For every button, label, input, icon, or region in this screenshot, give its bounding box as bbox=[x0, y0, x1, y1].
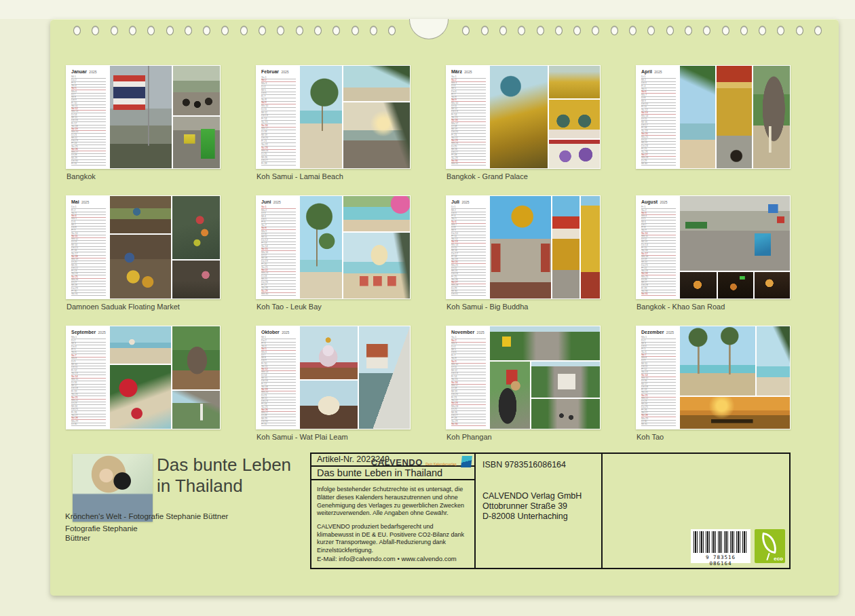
month-name: Dezember bbox=[641, 330, 664, 334]
day-line: Mo 30 bbox=[261, 293, 296, 296]
month-cell: August 2025 Fr 1Sa 2So 3Mo 4Di 5Mi 6Do 7… bbox=[636, 195, 791, 299]
month-year: 2025 bbox=[81, 200, 90, 204]
month-panel: Juni 2025 So 1Mo 2Di 3Mi 4Do 5Fr 6Sa 7So… bbox=[256, 195, 411, 299]
binding-hole bbox=[73, 26, 81, 35]
mini-calendar: Januar 2025 Mi 1Do 2Fr 3Sa 4So 5Mo 6Di 7… bbox=[66, 65, 109, 169]
day-lines: Di 1Mi 2Do 3Fr 4Sa 5So 6Mo 7Di 8Mi 9Do 1… bbox=[451, 206, 486, 296]
day-lines: Mo 1Di 2Mi 3Do 4Fr 5Sa 6So 7Mo 8Di 9Mi 1… bbox=[71, 336, 106, 426]
binding-hole bbox=[666, 26, 674, 35]
eco-leaf-stem bbox=[766, 553, 770, 560]
month-panel: Oktober 2025 Mi 1Do 2Fr 3Sa 4So 5Mo 6Di … bbox=[256, 326, 411, 429]
photo-collage bbox=[679, 326, 791, 429]
day-line: Fr 31 bbox=[71, 163, 106, 166]
photo-collage bbox=[299, 195, 411, 299]
photo-tile bbox=[489, 326, 601, 361]
month-caption: Koh Phangan bbox=[446, 433, 492, 441]
month-cell: Oktober 2025 Mi 1Do 2Fr 3Sa 4So 5Mo 6Di … bbox=[256, 326, 411, 429]
isbn-number: ISBN 9783516086164 bbox=[482, 460, 594, 469]
months-grid: Januar 2025 Mi 1Do 2Fr 3Sa 4So 5Mo 6Di 7… bbox=[66, 65, 791, 429]
month-panel: Januar 2025 Mi 1Do 2Fr 3Sa 4So 5Mo 6Di 7… bbox=[66, 65, 221, 169]
month-panel: September 2025 Mo 1Di 2Mi 3Do 4Fr 5Sa 6S… bbox=[66, 326, 221, 429]
photo-tile bbox=[531, 361, 601, 398]
photo-collage bbox=[299, 65, 411, 169]
mini-calendar: Dezember 2025 Mo 1Di 2Mi 3Do 4Fr 5Sa 6So… bbox=[636, 326, 679, 429]
photo-collage bbox=[109, 195, 221, 299]
photo-tile bbox=[679, 195, 791, 271]
day-lines: Sa 1So 2Mo 3Di 4Mi 5Do 6Fr 7Sa 8So 9Mo 1… bbox=[261, 76, 296, 166]
wall-background: { "colors": { "outer_bg": "#edefd8", "pa… bbox=[0, 0, 855, 616]
day-lines: Mi 1Do 2Fr 3Sa 4So 5Mo 6Di 7Mi 8Do 9Fr 1… bbox=[261, 336, 296, 426]
binding-hole bbox=[221, 26, 229, 35]
info-column-middle: ISBN 9783516086164 CALVENDO Verlag GmbH … bbox=[476, 454, 603, 568]
photo-tile bbox=[343, 195, 411, 232]
binding-hole bbox=[314, 26, 322, 35]
photo-tile bbox=[299, 326, 358, 380]
hanger-notch bbox=[409, 19, 449, 39]
photo-tile bbox=[172, 326, 221, 390]
binding-hole bbox=[388, 26, 396, 35]
month-panel: Mai 2025 Do 1Fr 2Sa 3So 4Mo 5Di 6Mi 7Do … bbox=[66, 195, 221, 299]
month-cell: März 2025 Sa 1So 2Mo 3Di 4Mi 5Do 6Fr 7Sa… bbox=[446, 65, 601, 169]
mini-calendar: Februar 2025 Sa 1So 2Mo 3Di 4Mi 5Do 6Fr … bbox=[256, 65, 299, 169]
mini-calendar: März 2025 Sa 1So 2Mo 3Di 4Mi 5Do 6Fr 7Sa… bbox=[446, 65, 489, 169]
month-year: 2025 bbox=[280, 70, 289, 74]
photo-tile bbox=[343, 232, 411, 299]
month-caption: Koh Samui - Wat Plai Leam bbox=[256, 433, 348, 441]
calvendo-logo-wordmark: CALVENDO bbox=[371, 457, 423, 467]
photo-tile bbox=[489, 195, 552, 299]
month-year: 2025 bbox=[463, 70, 472, 74]
day-line: Do 31 bbox=[451, 293, 486, 296]
month-name: Mai bbox=[71, 199, 79, 204]
photo-tile bbox=[172, 195, 221, 260]
month-year: 2025 bbox=[97, 330, 106, 334]
day-line: Sa 31 bbox=[71, 293, 106, 296]
barcode-digits: 9 783516 086164 bbox=[694, 554, 748, 566]
binding-hole bbox=[499, 26, 507, 35]
binding-hole bbox=[722, 26, 729, 35]
month-cell: Mai 2025 Do 1Fr 2Sa 3So 4Mo 5Di 6Mi 7Do … bbox=[66, 195, 221, 299]
photo-tile bbox=[343, 65, 411, 102]
contact-email-line: E-Mail: info@calvendo.com • www.calvendo… bbox=[317, 555, 469, 563]
binding-hole bbox=[352, 26, 359, 35]
month-cell: Juni 2025 So 1Mo 2Di 3Mi 4Do 5Fr 6Sa 7So… bbox=[256, 195, 411, 299]
mini-calendar: Juni 2025 So 1Mo 2Di 3Mi 4Do 5Fr 6Sa 7So… bbox=[256, 195, 299, 299]
day-lines: Mo 1Di 2Mi 3Do 4Fr 5Sa 6So 7Mo 8Di 9Mi 1… bbox=[641, 336, 676, 426]
binding-hole bbox=[370, 26, 377, 35]
month-name: Februar bbox=[261, 69, 279, 74]
info-column-left: Artikel-Nr. 2023249 CALVENDO Dein Kalend… bbox=[311, 454, 476, 568]
eco-logo: eco bbox=[755, 529, 785, 563]
info-column-right: 9 783516 086164 eco bbox=[603, 454, 789, 568]
month-year: 2025 bbox=[272, 200, 281, 204]
month-cell: Januar 2025 Mi 1Do 2Fr 3Sa 4So 5Mo 6Di 7… bbox=[66, 65, 221, 169]
photo-tile bbox=[299, 65, 343, 169]
month-panel: April 2025 Di 1Mi 2Do 3Fr 4Sa 5So 6Mo 7D… bbox=[636, 65, 791, 169]
photo-tile bbox=[552, 195, 581, 299]
binding-hole bbox=[685, 26, 692, 35]
month-name: Juli bbox=[451, 199, 459, 204]
credit-block-line1: Fotografie Stephanie bbox=[65, 524, 138, 533]
day-lines: Do 1Fr 2Sa 3So 4Mo 5Di 6Mi 7Do 8Fr 9Sa 1… bbox=[71, 206, 106, 296]
day-line: Fr 28 bbox=[261, 162, 296, 166]
mini-calendar: November 2025 Sa 1So 2Mo 3Di 4Mi 5Do 6Fr… bbox=[446, 326, 489, 429]
photo-tile bbox=[679, 326, 756, 396]
binding-hole bbox=[518, 26, 525, 35]
binding-hole bbox=[462, 26, 470, 35]
photo-collage bbox=[299, 326, 411, 429]
binding-hole bbox=[185, 26, 192, 35]
publisher-info-box: Artikel-Nr. 2023249 CALVENDO Dein Kalend… bbox=[310, 453, 791, 569]
month-caption: Bangkok - Khao San Road bbox=[636, 303, 725, 311]
photo-tile bbox=[299, 195, 343, 299]
month-year: 2025 bbox=[665, 330, 674, 334]
month-caption: Damnoen Saduak Floating Market bbox=[66, 303, 180, 311]
calvendo-flag-icon bbox=[461, 456, 472, 467]
month-panel: November 2025 Sa 1So 2Mo 3Di 4Mi 5Do 6Fr… bbox=[446, 326, 601, 429]
day-line: Mi 30 bbox=[641, 163, 676, 166]
photo-tile bbox=[489, 361, 531, 429]
month-name: März bbox=[451, 69, 462, 74]
binding-hole bbox=[92, 26, 99, 35]
month-year: 2025 bbox=[461, 200, 470, 204]
photo-tile bbox=[109, 234, 172, 299]
month-year: 2025 bbox=[659, 200, 668, 204]
binding-hole bbox=[166, 26, 174, 35]
month-name: Oktober bbox=[261, 330, 280, 334]
